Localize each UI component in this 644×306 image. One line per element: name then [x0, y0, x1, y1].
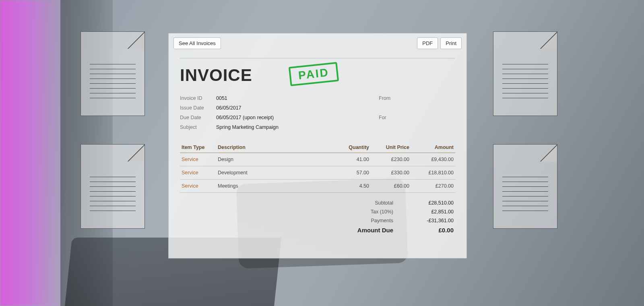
col-unit-price: Unit Price: [371, 142, 411, 153]
cell-unit: £60.00: [371, 180, 411, 193]
document-icon: [493, 31, 557, 116]
divider: [180, 58, 455, 58]
due-date-label: Due Date: [180, 115, 216, 120]
cell-amount: £270.00: [411, 180, 455, 193]
tax-label: Tax (10%): [349, 209, 393, 215]
col-description: Description: [216, 142, 339, 153]
issue-date-value: 06/05/2017: [216, 105, 379, 111]
document-icon: [80, 31, 145, 116]
subject-value: Spring Marketing Campaign: [216, 124, 379, 130]
for-label: For: [379, 115, 407, 120]
due-date-value: 06/05/2017 (upon receipt): [216, 115, 379, 120]
scene-background: See All Invoices PDF Print INVOICE PAID …: [0, 0, 644, 306]
screen-glow: [0, 0, 68, 306]
print-button[interactable]: Print: [440, 37, 462, 49]
invoice-id-value: 0051: [216, 95, 379, 101]
cell-type: Service: [180, 180, 216, 193]
invoice-meta: Invoice ID 0051 From Issue Date 06/05/20…: [180, 95, 455, 130]
invoice-id-label: Invoice ID: [180, 95, 216, 101]
cell-qty: 57.00: [339, 166, 371, 180]
amount-due-label: Amount Due: [349, 227, 393, 234]
cell-unit: £330.00: [371, 166, 411, 180]
cell-desc: Meetings: [216, 180, 339, 193]
cell-qty: 4.50: [339, 180, 371, 193]
pdf-button[interactable]: PDF: [417, 37, 438, 49]
cell-unit: £230.00: [371, 153, 411, 166]
see-all-invoices-button[interactable]: See All Invoices: [173, 37, 221, 49]
cell-amount: £9,430.00: [411, 153, 455, 166]
col-item-type: Item Type: [180, 142, 216, 153]
line-items-table: Item Type Description Quantity Unit Pric…: [180, 142, 455, 193]
invoice-panel: See All Invoices PDF Print INVOICE PAID …: [168, 33, 467, 258]
issue-date-label: Issue Date: [180, 105, 216, 111]
invoice-document: INVOICE PAID Invoice ID 0051 From Issue …: [169, 53, 466, 235]
totals-block: Subtotal£28,510.00 Tax (10%)£2,851.00 Pa…: [180, 198, 455, 235]
subject-label: Subject: [180, 124, 216, 130]
subtotal-label: Subtotal: [349, 200, 393, 206]
table-row: Service Meetings 4.50 £60.00 £270.00: [180, 180, 455, 193]
tax-value: £2,851.00: [409, 209, 454, 215]
col-amount: Amount: [411, 142, 455, 153]
document-icon: [80, 144, 145, 229]
subtotal-value: £28,510.00: [409, 200, 454, 206]
table-row: Service Development 57.00 £330.00 £18,81…: [180, 166, 455, 180]
document-icon: [493, 144, 557, 229]
cell-qty: 41.00: [339, 153, 371, 166]
amount-due-value: £0.00: [409, 227, 454, 234]
cell-type: Service: [180, 153, 216, 166]
cell-type: Service: [180, 166, 216, 180]
from-label: From: [379, 95, 407, 101]
cell-desc: Design: [216, 153, 339, 166]
payments-value: -£31,361.00: [409, 218, 454, 223]
cell-desc: Development: [216, 166, 339, 180]
cell-amount: £18,810.00: [411, 166, 455, 180]
invoice-toolbar: See All Invoices PDF Print: [169, 33, 466, 53]
payments-label: Payments: [349, 218, 393, 223]
table-row: Service Design 41.00 £230.00 £9,430.00: [180, 153, 455, 166]
col-quantity: Quantity: [339, 142, 371, 153]
